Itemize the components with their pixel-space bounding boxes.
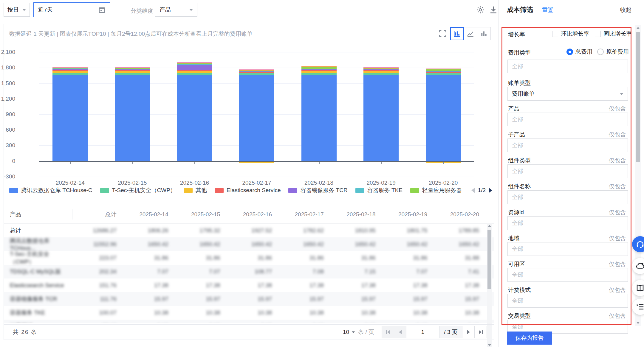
- last-page-button[interactable]: [474, 326, 487, 338]
- scroll-down-icon[interactable]: [636, 322, 640, 324]
- table-row[interactable]: TDSQL-C MySQL版202.347.077.07108.777.087.…: [4, 265, 494, 278]
- row-value: 7.07: [124, 268, 176, 275]
- legend-label: 轻量应用服务器: [422, 186, 462, 194]
- radio-selected-icon[interactable]: [566, 49, 573, 55]
- support-headset-icon[interactable]: [632, 236, 644, 252]
- filter-input-资源id[interactable]: 全部: [507, 216, 628, 230]
- legend-label: 其他: [196, 186, 207, 194]
- segment-容器服务 TKE: [177, 64, 212, 64]
- filter-input-可用区[interactable]: 全部: [507, 268, 628, 282]
- row-value: 10.38: [280, 309, 332, 316]
- dimension-select[interactable]: 产品: [155, 3, 197, 17]
- save-as-report-button[interactable]: 保存为报告: [507, 332, 552, 345]
- row-label: 容器镜像服务 TCR: [4, 295, 72, 303]
- filter-input-子产品[interactable]: 全部: [507, 139, 628, 152]
- legend-next-icon[interactable]: [489, 188, 492, 193]
- survey-list-icon[interactable]: [632, 299, 644, 315]
- y-axis-tick-label: 1,500: [1, 80, 15, 87]
- legend-item[interactable]: 轻量应用服务器: [410, 186, 462, 194]
- legend-swatch: [410, 188, 419, 193]
- filter-label-交易类型: 交易类型: [508, 312, 531, 320]
- growth-checkbox-环比增长率[interactable]: 环比增长率: [552, 30, 589, 38]
- legend-item[interactable]: T-Sec-主机安全（CWP）: [100, 186, 176, 194]
- scrollbar-thumb[interactable]: [636, 32, 640, 162]
- fee-type-radio-总费用[interactable]: 总费用: [566, 48, 592, 56]
- chevron-down-icon: [620, 93, 623, 95]
- row-value: 223.07: [72, 255, 124, 261]
- settings-gear-icon[interactable]: [476, 5, 485, 14]
- row-value: 7.08: [280, 268, 332, 275]
- row-value: 1650.42: [280, 241, 332, 248]
- row-value: 1650.42: [228, 241, 280, 248]
- segment-Elasticsearch Service: [115, 70, 150, 71]
- row-value: 15.97: [124, 296, 176, 302]
- y-axis-tick-label: -300: [4, 173, 15, 180]
- line-chart-toggle[interactable]: [464, 27, 477, 40]
- row-value: 1927.52: [228, 227, 280, 234]
- checkbox-icon[interactable]: [595, 31, 601, 37]
- bill-type-select[interactable]: 费用账单: [507, 87, 628, 101]
- filter-input-组件类型[interactable]: 全部: [507, 164, 628, 178]
- scroll-down-icon[interactable]: [488, 344, 491, 346]
- collapse-link[interactable]: 收起: [620, 6, 631, 14]
- prev-page-button[interactable]: [394, 326, 406, 338]
- docs-book-icon[interactable]: [632, 280, 644, 296]
- legend-label: 容器服务 TKE: [367, 186, 402, 194]
- filter-input-计费模式[interactable]: 全部: [507, 294, 628, 308]
- row-value: 15.97: [280, 296, 332, 302]
- segment-计费测试: [177, 63, 212, 63]
- table-row[interactable]: 计费测试88.188.188.188.188.188.188.188.18: [4, 320, 494, 323]
- row-value: 7.07: [176, 268, 228, 275]
- table-row[interactable]: T-Sec-主机安全（CWP）223.0731.8631.8631.8631.8…: [4, 251, 494, 265]
- legend-item[interactable]: Elasticsearch Service: [215, 187, 281, 194]
- scrollbar-thumb[interactable]: [487, 230, 491, 289]
- cloud-alert-icon[interactable]: [632, 258, 644, 274]
- stacked-bar-chart-toggle[interactable]: [450, 27, 464, 40]
- stacked-bar-chart[interactable]: 2,1001,8001,5001,2009006003000-3002025-0…: [39, 44, 474, 184]
- current-page-input[interactable]: 1: [406, 326, 439, 338]
- table-header-row: 产品总计2025-02-142025-02-152025-02-162025-0…: [4, 205, 494, 224]
- segment-T-Sec-主机安全（CWP）: [115, 73, 150, 76]
- filter-input-组件名称[interactable]: 全部: [507, 190, 628, 204]
- scroll-up-icon[interactable]: [636, 27, 640, 29]
- filter-input-地域[interactable]: 全部: [507, 242, 628, 256]
- segment-计费测试: [52, 68, 88, 68]
- filter-tag-include-only: 仅包含: [609, 157, 626, 164]
- bar-chart-toggle[interactable]: [477, 27, 491, 40]
- legend-item[interactable]: 容器镜像服务 TCR: [288, 186, 347, 194]
- filter-label-地域: 地域: [508, 234, 519, 242]
- table-row[interactable]: 腾讯云数据仓库 TCHous...11552.961650.421650.421…: [4, 237, 494, 251]
- legend-item[interactable]: 腾讯云数据仓库 TCHouse-C: [9, 186, 92, 194]
- filter-input-产品[interactable]: 全部: [507, 113, 628, 126]
- table-row[interactable]: Elasticsearch Service151.7617.3817.3817.…: [4, 278, 494, 292]
- next-page-button[interactable]: [462, 326, 475, 338]
- y-axis-tick-label: 0: [12, 158, 15, 164]
- segment-容器镜像服务 TCR: [363, 69, 399, 70]
- table-body: 总计12686.271806.261795.321927.521782.6218…: [4, 224, 494, 323]
- scroll-up-icon[interactable]: [488, 225, 491, 227]
- table-row[interactable]: 容器镜像服务 TCR111.7615.9715.9715.9715.9715.9…: [4, 292, 494, 306]
- radio-icon[interactable]: [597, 49, 604, 55]
- fee-type-filter-input[interactable]: 全部: [507, 60, 628, 73]
- legend-item[interactable]: 容器服务 TKE: [355, 186, 402, 194]
- download-icon[interactable]: [489, 5, 498, 14]
- segment-腾讯云数据仓库 TCHouse-C: [301, 75, 337, 161]
- pager: 10 条 / 页 1 / 3 页: [343, 326, 487, 338]
- fee-type-radio-原价费用[interactable]: 原价费用: [597, 48, 629, 56]
- growth-checkbox-同比增长率[interactable]: 同比增长率: [595, 30, 632, 38]
- legend-item[interactable]: 其他: [184, 186, 207, 194]
- segment-容器镜像服务 TCR: [115, 69, 150, 70]
- table-row[interactable]: 容器服务 TKE100.0710.3810.3810.3810.3810.381…: [4, 306, 494, 320]
- page-size-select[interactable]: 10: [343, 329, 355, 335]
- first-page-button[interactable]: [382, 326, 394, 338]
- granularity-dropdown[interactable]: 按日: [4, 3, 30, 17]
- table-row[interactable]: 总计12686.271806.261795.321927.521782.6218…: [4, 224, 494, 237]
- row-value: 12686.27: [72, 227, 124, 234]
- date-range-picker[interactable]: 近7天: [33, 2, 110, 17]
- row-value: 1810.95: [332, 227, 383, 234]
- segment-T-Sec-主机安全（CWP）: [52, 73, 88, 75]
- legend-prev-icon[interactable]: [471, 188, 475, 193]
- checkbox-icon[interactable]: [552, 31, 558, 37]
- reset-link[interactable]: 重置: [542, 6, 553, 14]
- fullscreen-icon[interactable]: [439, 29, 448, 38]
